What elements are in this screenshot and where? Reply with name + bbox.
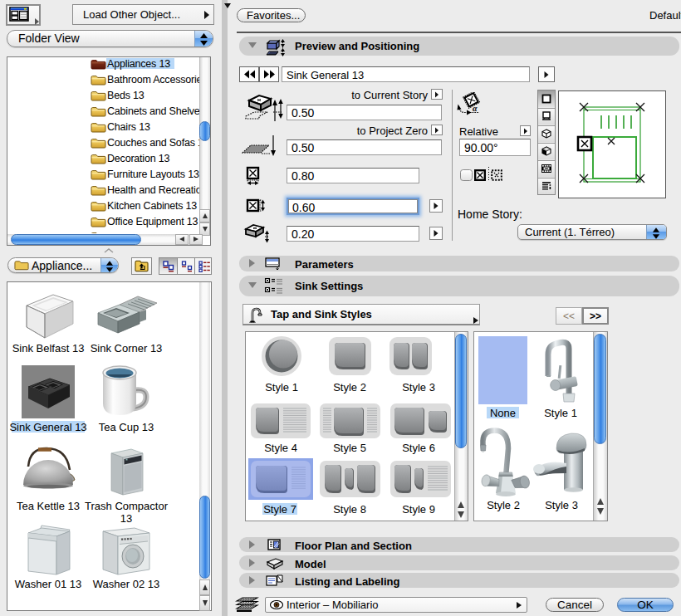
svg-text:α: α	[473, 104, 478, 113]
